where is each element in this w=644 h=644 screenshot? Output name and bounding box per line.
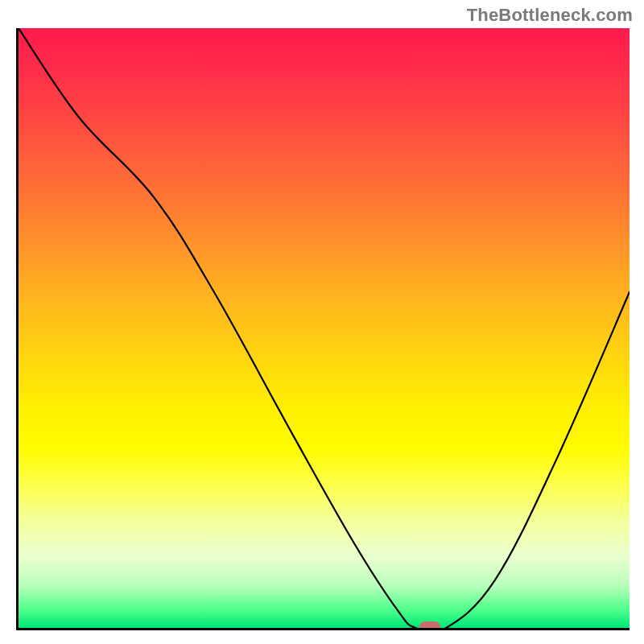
watermark-text: TheBottleneck.com xyxy=(467,5,633,26)
optimal-marker xyxy=(419,621,440,630)
gradient-background xyxy=(19,28,630,628)
chart-container: TheBottleneck.com xyxy=(0,0,644,644)
plot-area xyxy=(16,28,630,630)
